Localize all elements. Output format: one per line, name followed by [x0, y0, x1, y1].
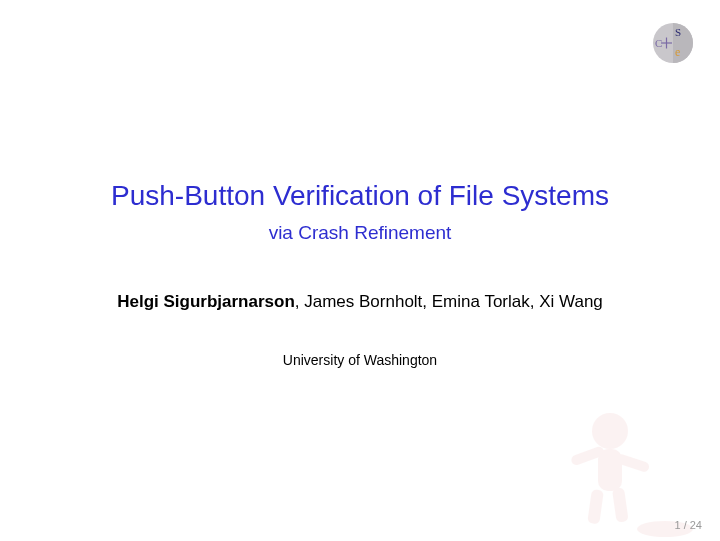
slide-subtitle: via Crash Refinement [0, 222, 720, 244]
logo-letter-s: S [675, 26, 681, 38]
page-total: 24 [690, 519, 702, 531]
slide-content: Push-Button Verification of File Systems… [0, 180, 720, 368]
svg-rect-7 [587, 489, 604, 524]
page-separator: / [681, 519, 690, 531]
author-list: Helgi Sigurbjarnarson, James Bornholt, E… [0, 292, 720, 312]
logo-letter-e: e [675, 45, 680, 59]
svg-rect-8 [612, 487, 629, 522]
cse-logo: S C e [652, 22, 694, 64]
page-number: 1 / 24 [674, 519, 702, 531]
affiliation: University of Washington [0, 352, 720, 368]
title-slide: S C e Push-Button Verification of File S… [0, 0, 720, 541]
lead-author: Helgi Sigurbjarnarson [117, 292, 295, 311]
svg-point-3 [592, 413, 628, 449]
co-authors: , James Bornholt, Emina Torlak, Xi Wang [295, 292, 603, 311]
slide-title: Push-Button Verification of File Systems [0, 180, 720, 212]
